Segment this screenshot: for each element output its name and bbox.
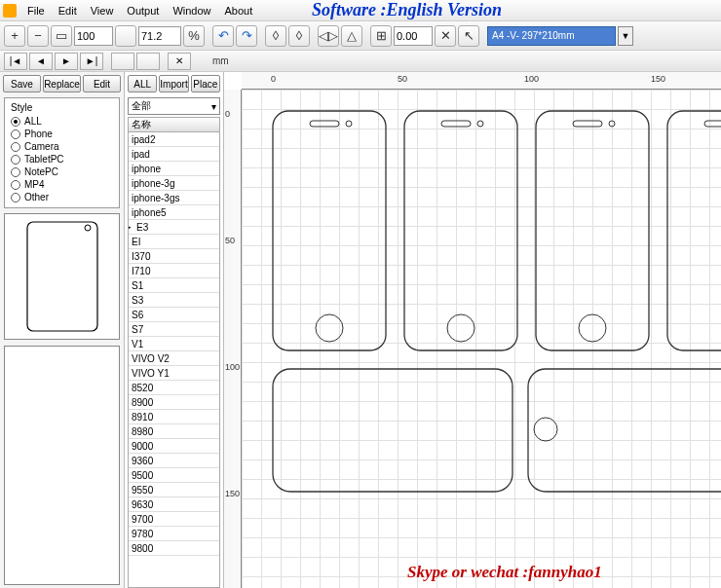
list-item[interactable]: 8980: [129, 424, 219, 439]
menu-window[interactable]: Window: [166, 3, 217, 18]
watermark-bottom: Skype or wechat :fannyhao1: [407, 563, 602, 582]
phone-outline-partial[interactable]: [665, 109, 721, 352]
prev-button[interactable]: ◄: [29, 53, 53, 70]
zoom-in-button[interactable]: +: [4, 25, 25, 47]
phone-back-outline[interactable]: [526, 367, 721, 494]
import-button[interactable]: Import: [159, 75, 188, 92]
phone-outline[interactable]: [534, 109, 651, 352]
scale-toggle-button[interactable]: %: [183, 25, 205, 47]
category-dropdown[interactable]: 全部▾: [128, 97, 220, 115]
next-button[interactable]: ►: [55, 53, 78, 70]
grid-button[interactable]: ⊞: [370, 25, 392, 47]
measure-button[interactable]: ✕: [435, 25, 456, 47]
list-item[interactable]: I710: [129, 264, 219, 278]
style-radio-phone[interactable]: Phone: [11, 128, 113, 140]
nav-extra2[interactable]: [136, 53, 160, 70]
list-item[interactable]: 9000: [129, 439, 219, 454]
scale-input[interactable]: 71.2: [138, 26, 181, 46]
list-item[interactable]: EI: [129, 235, 219, 249]
style-radio-all[interactable]: ALL: [11, 115, 113, 128]
list-item[interactable]: 9780: [129, 527, 219, 541]
radio-icon: [11, 142, 20, 152]
coord-input[interactable]: 0.00: [394, 26, 433, 46]
undo-button[interactable]: ↶: [212, 25, 234, 47]
list-item[interactable]: iphone: [129, 162, 219, 176]
style-label: NotePC: [24, 166, 58, 177]
list-item[interactable]: 8520: [129, 381, 219, 395]
list-item[interactable]: iphone5: [129, 205, 219, 220]
horizontal-ruler: 050100150: [242, 72, 721, 90]
svg-point-5: [316, 314, 343, 342]
svg-rect-7: [441, 121, 471, 127]
chevron-down-icon: ▾: [211, 101, 216, 112]
mirror-v-button[interactable]: △: [341, 25, 362, 47]
pointer-button[interactable]: ↖: [458, 25, 479, 47]
list-item[interactable]: ipad: [129, 147, 219, 162]
phone-outline[interactable]: [271, 109, 388, 352]
list-item[interactable]: iphone-3gs: [129, 191, 219, 205]
list-item[interactable]: 9800: [129, 541, 219, 556]
fit-page-button[interactable]: ▭: [51, 25, 72, 47]
menu-about[interactable]: About: [218, 3, 260, 18]
dropdown-value: 全部: [132, 99, 151, 113]
zoom-input[interactable]: 100: [74, 26, 113, 46]
list-item[interactable]: S1: [129, 278, 219, 293]
main-area: Save Replace Edit Style ALL Phone Camera…: [0, 72, 721, 588]
menu-view[interactable]: View: [84, 3, 121, 18]
radio-icon: [11, 167, 20, 177]
style-radio-other[interactable]: Other: [11, 191, 113, 203]
style-radio-camera[interactable]: Camera: [11, 140, 113, 153]
drawing-canvas[interactable]: Skype or wechat :fannyhao1: [242, 90, 721, 588]
edit-button[interactable]: Edit: [83, 75, 121, 92]
mirror-h-button[interactable]: ◁▷: [318, 25, 339, 47]
all-button[interactable]: ALL: [128, 75, 157, 92]
blank-button[interactable]: [115, 25, 136, 47]
list-item[interactable]: E3: [129, 220, 219, 235]
redo-button[interactable]: ↷: [236, 25, 257, 47]
save-button[interactable]: Save: [3, 75, 41, 92]
menu-edit[interactable]: Edit: [52, 3, 84, 18]
svg-rect-11: [573, 121, 602, 127]
style-radio-tabletpc[interactable]: TabletPC: [11, 153, 113, 165]
list-item[interactable]: S3: [129, 293, 219, 308]
zoom-out-button[interactable]: −: [27, 25, 49, 47]
style-radio-notepc[interactable]: NotePC: [11, 165, 113, 178]
paper-size-select[interactable]: A4 -V- 297*210mm: [487, 26, 616, 46]
list-item[interactable]: iphone-3g: [129, 176, 219, 191]
template-list[interactable]: ipad2ipadiphoneiphone-3giphone-3gsiphone…: [128, 132, 220, 588]
shape2-button[interactable]: ◊: [288, 25, 310, 47]
list-item[interactable]: VIVO V2: [129, 351, 219, 366]
mid-button-row: ALL Import Place: [125, 72, 223, 95]
list-item[interactable]: ipad2: [129, 132, 219, 147]
place-button[interactable]: Place: [191, 75, 220, 92]
phone-back-outline[interactable]: [271, 367, 514, 494]
menu-file[interactable]: File: [20, 3, 52, 18]
list-item[interactable]: 9630: [129, 497, 219, 512]
style-radio-mp4[interactable]: MP4: [11, 178, 113, 191]
list-item[interactable]: I370: [129, 249, 219, 264]
list-item[interactable]: 9700: [129, 512, 219, 527]
replace-button[interactable]: Replace: [43, 75, 81, 92]
menu-output[interactable]: Output: [120, 3, 166, 18]
menu-bar: File Edit View Output Window About Softw…: [0, 0, 721, 21]
list-item[interactable]: 9360: [129, 454, 219, 468]
svg-rect-0: [27, 222, 97, 331]
first-button[interactable]: |◄: [4, 53, 27, 70]
nav-extra1[interactable]: [111, 53, 134, 70]
style-label: Other: [24, 192, 49, 202]
nav-extra3[interactable]: ✕: [168, 53, 191, 70]
phone-outline[interactable]: [402, 109, 519, 352]
list-item[interactable]: V1: [129, 337, 219, 351]
list-item[interactable]: S6: [129, 308, 219, 322]
list-item[interactable]: 8900: [129, 395, 219, 410]
svg-rect-16: [273, 369, 512, 492]
svg-point-8: [477, 121, 483, 127]
list-item[interactable]: 8910: [129, 410, 219, 424]
paper-size-dropdown-arrow[interactable]: ▼: [618, 26, 633, 46]
list-item[interactable]: S7: [129, 322, 219, 337]
list-item[interactable]: 9500: [129, 468, 219, 483]
last-button[interactable]: ►|: [80, 53, 103, 70]
shape1-button[interactable]: ◊: [265, 25, 286, 47]
list-item[interactable]: 9550: [129, 483, 219, 497]
list-item[interactable]: VIVO Y1: [129, 366, 219, 381]
